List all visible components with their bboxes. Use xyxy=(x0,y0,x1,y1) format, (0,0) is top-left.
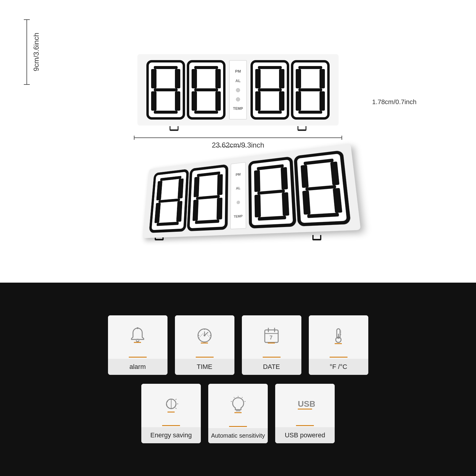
svg-point-28 xyxy=(167,401,168,402)
date-label-area: DATE xyxy=(242,359,301,375)
temp-divider xyxy=(330,357,347,358)
feature-temperature: °F /°C xyxy=(309,315,368,375)
top-view-clock: PM AL TEMP xyxy=(137,54,339,131)
svg-line-36 xyxy=(231,401,232,402)
p-digit-1 xyxy=(149,169,189,233)
time-divider xyxy=(196,357,214,358)
temp-label-area: °F /°C xyxy=(309,359,368,375)
svg-rect-1 xyxy=(137,339,139,339)
alarm-divider xyxy=(129,357,147,358)
perspective-wrapper: PM AL TEMP xyxy=(143,144,361,238)
alarm-icon-area xyxy=(108,315,167,356)
al-label: AL xyxy=(235,79,240,83)
pm-label: PM xyxy=(235,69,241,73)
features-row-2: Energy saving xyxy=(141,384,335,443)
feature-sensitivity: Automatic sensitivity xyxy=(208,384,268,443)
date-label: DATE xyxy=(263,363,280,370)
svg-line-27 xyxy=(176,408,176,409)
feature-alarm: alarm xyxy=(108,315,167,375)
usb-icon-area: USB xyxy=(275,384,335,424)
p-digit-3 xyxy=(248,156,296,228)
depth-dimension: 1.78cm/0.7inch xyxy=(372,98,416,106)
digit-2 xyxy=(187,60,226,120)
bottom-section: alarm xyxy=(0,283,476,476)
date-divider xyxy=(263,357,281,358)
alarm-label-area: alarm xyxy=(108,359,167,375)
svg-point-29 xyxy=(166,404,167,405)
height-label: 9cm/3.6inch xyxy=(32,33,40,71)
energy-divider xyxy=(162,425,180,426)
stand-legs xyxy=(137,126,339,131)
width-label: 23.62cm/9.3inch xyxy=(212,141,264,149)
digit-1 xyxy=(146,60,185,120)
calendar-icon: 7 xyxy=(262,326,281,345)
perspective-view-clock: PM AL TEMP xyxy=(130,155,347,240)
clock-icon xyxy=(195,326,214,345)
svg-point-9 xyxy=(204,335,206,336)
svg-point-0 xyxy=(137,327,139,329)
sensitivity-label-area: Automatic sensitivity xyxy=(208,428,268,443)
temp-label: TEMP xyxy=(233,107,243,111)
time-label-area: TIME xyxy=(175,359,234,375)
feature-date: 7 DATE xyxy=(242,315,301,375)
usb-label: USB powered xyxy=(285,431,325,439)
indicator-bottom xyxy=(236,97,240,101)
digit-4 xyxy=(291,60,330,120)
temp-label: °F /°C xyxy=(330,363,347,370)
svg-line-38 xyxy=(245,401,245,402)
clock-body-perspective: PM AL TEMP xyxy=(143,144,361,238)
depth-arrow xyxy=(216,146,245,147)
width-dimension: 23.62cm/9.3inch xyxy=(134,136,342,149)
sensitivity-label: Automatic sensitivity xyxy=(211,432,265,439)
svg-line-37 xyxy=(242,397,242,398)
height-dimension: 9cm/3.6inch xyxy=(24,15,40,89)
p-digit-2 xyxy=(187,164,228,231)
svg-line-26 xyxy=(176,399,176,400)
usb-divider xyxy=(296,425,314,426)
depth-label: 1.78cm/0.7inch xyxy=(372,98,416,106)
time-icon-area xyxy=(175,315,234,356)
indicator-top xyxy=(236,88,240,92)
center-panel: PM AL TEMP xyxy=(229,60,247,120)
features-row-1: alarm xyxy=(108,315,368,375)
digit-3 xyxy=(250,60,289,120)
p-digit-4 xyxy=(294,150,351,226)
bell-icon xyxy=(128,326,147,345)
usb-label-area: USB powered xyxy=(275,427,335,443)
energy-icon-area xyxy=(141,384,201,424)
feature-energy: Energy saving xyxy=(141,384,201,443)
temp-icon-area xyxy=(309,315,368,356)
date-icon-area: 7 xyxy=(242,315,301,356)
sensitivity-icon-area xyxy=(208,384,268,425)
p-center-panel: PM AL TEMP xyxy=(230,162,246,229)
top-section: 9cm/3.6inch xyxy=(0,0,476,283)
bulb-icon xyxy=(228,395,248,414)
sensitivity-divider xyxy=(229,426,247,427)
feature-time: TIME xyxy=(175,315,234,375)
thermometer-icon xyxy=(329,326,348,345)
energy-label: Energy saving xyxy=(150,431,192,439)
alarm-label: alarm xyxy=(129,363,146,370)
svg-text:7: 7 xyxy=(270,335,273,341)
usb-icon: USB xyxy=(295,394,315,414)
energy-icon xyxy=(162,394,181,414)
energy-label-area: Energy saving xyxy=(141,427,201,443)
feature-usb: USB USB powered xyxy=(275,384,335,443)
svg-line-35 xyxy=(234,397,234,398)
svg-text:USB: USB xyxy=(298,399,315,408)
time-label: TIME xyxy=(197,363,212,370)
